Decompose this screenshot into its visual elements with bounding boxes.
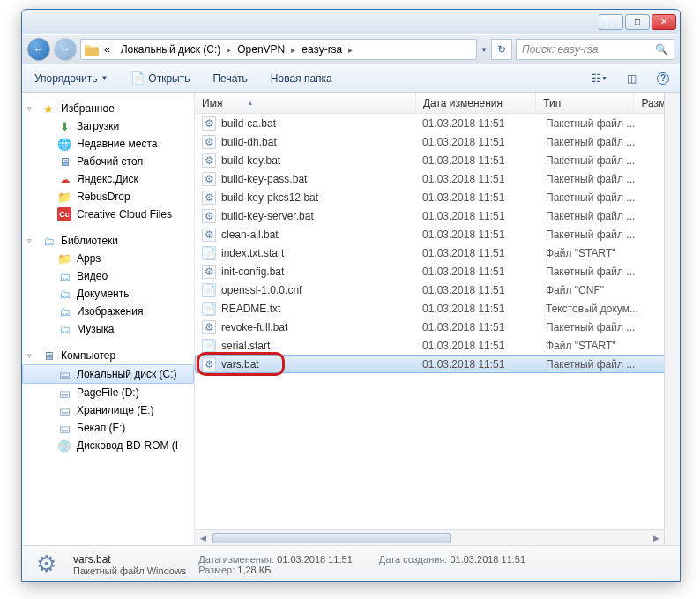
folder-lib-icon: 🗂 bbox=[57, 322, 71, 336]
sidebar-item[interactable]: ⬇Загрузки bbox=[22, 117, 194, 135]
file-type: Файл "START" bbox=[546, 247, 646, 259]
file-row[interactable]: 📄openssl-1.0.0.cnf01.03.2018 11:51Файл "… bbox=[195, 281, 680, 299]
organize-button[interactable]: Упорядочить ▼ bbox=[29, 70, 113, 87]
breadcrumb-seg-openvpn[interactable]: OpenVPN bbox=[232, 43, 290, 56]
sort-asc-icon: ▴ bbox=[249, 99, 252, 107]
open-label: Открыть bbox=[148, 72, 190, 85]
sidebar-item[interactable]: 🌐Недавние места bbox=[22, 135, 194, 153]
breadcrumb-seg-c[interactable]: Локальный диск (C:) bbox=[115, 43, 227, 56]
help-button[interactable]: ? bbox=[653, 69, 673, 88]
breadcrumb-home[interactable]: « bbox=[99, 43, 115, 56]
breadcrumb[interactable]: « Локальный диск (C:) ▸ OpenVPN ▸ easy-r… bbox=[80, 39, 477, 60]
minimize-button[interactable]: _ bbox=[599, 14, 623, 30]
search-placeholder: Поиск: easy-rsa bbox=[522, 43, 598, 56]
sidebar-item-label: Creative Cloud Files bbox=[77, 208, 172, 221]
breadcrumb-seg-easyrsa[interactable]: easy-rsa bbox=[296, 43, 347, 56]
sidebar-item-label: Музыка bbox=[77, 323, 114, 335]
file-row[interactable]: ⚙build-ca.bat01.03.2018 11:51Пакетный фа… bbox=[195, 114, 680, 132]
sidebar-item[interactable]: 🖴Локальный диск (C:) bbox=[22, 364, 194, 384]
forward-button[interactable]: → bbox=[54, 38, 77, 61]
drive-icon: 🖴 bbox=[57, 421, 71, 435]
sidebar-libraries-header[interactable]: ▿ 🗂 Библиотеки bbox=[22, 232, 194, 250]
dl-icon: ⬇ bbox=[57, 119, 71, 133]
file-type: Пакетный файл ... bbox=[546, 117, 646, 130]
file-date: 01.03.2018 11:51 bbox=[422, 154, 546, 167]
sidebar-item[interactable]: 🖴PageFile (D:) bbox=[22, 384, 194, 401]
sidebar-item[interactable]: 🗂Музыка bbox=[22, 320, 194, 338]
chevron-down-icon: ▼ bbox=[601, 75, 607, 81]
scrollbar-thumb[interactable] bbox=[212, 533, 451, 543]
batch-file-icon: ⚙ bbox=[202, 357, 216, 371]
vertical-scrollbar[interactable] bbox=[664, 93, 680, 545]
sidebar-item[interactable]: 🗂Изображения bbox=[22, 303, 194, 320]
sidebar-item[interactable]: 🗂Документы bbox=[22, 285, 194, 303]
new-folder-button[interactable]: Новая папка bbox=[265, 70, 338, 87]
favorites-label: Избранное bbox=[61, 102, 115, 115]
open-button[interactable]: 📄 Открыть bbox=[125, 69, 195, 88]
sidebar-item[interactable]: ☁Яндекс.Диск bbox=[22, 170, 194, 188]
details-size-label: Размер: bbox=[198, 565, 235, 575]
file-date: 01.03.2018 11:51 bbox=[422, 358, 546, 371]
sidebar-item[interactable]: 📁RebusDrop bbox=[22, 188, 194, 206]
column-headers: Имя ▴ Дата изменения Тип Разме bbox=[195, 93, 680, 114]
file-row[interactable]: 📄serial.start01.03.2018 11:51Файл "START… bbox=[195, 336, 680, 355]
file-row[interactable]: ⚙build-key-pass.bat01.03.2018 11:51Пакет… bbox=[195, 169, 680, 188]
title-bar: _ □ ✕ bbox=[22, 10, 680, 34]
file-row[interactable]: ⚙revoke-full.bat01.03.2018 11:51Пакетный… bbox=[195, 318, 680, 336]
toolbar: Упорядочить ▼ 📄 Открыть Печать Новая пап… bbox=[22, 64, 680, 93]
sidebar-computer-header[interactable]: ▿ 🖥 Компьютер bbox=[22, 347, 194, 364]
back-button[interactable]: ← bbox=[27, 38, 50, 61]
maximize-button[interactable]: □ bbox=[625, 14, 650, 30]
sidebar-item[interactable]: 🖥Рабочий стол bbox=[22, 153, 194, 170]
column-name[interactable]: Имя ▴ bbox=[195, 93, 416, 113]
search-input[interactable]: Поиск: easy-rsa 🔍 bbox=[516, 39, 674, 60]
file-row[interactable]: 📄README.txt01.03.2018 11:51Текстовый док… bbox=[195, 299, 680, 318]
arrow-right-icon: → bbox=[60, 43, 71, 56]
file-row[interactable]: ⚙init-config.bat01.03.2018 11:51Пакетный… bbox=[195, 262, 680, 281]
file-row[interactable]: ⚙build-key.bat01.03.2018 11:51Пакетный ф… bbox=[195, 151, 680, 169]
file-type-icon: ⚙ bbox=[31, 550, 61, 580]
sidebar-item[interactable]: 🗂Видео bbox=[22, 267, 194, 285]
file-type: Файл "CNF" bbox=[546, 284, 646, 296]
close-button[interactable]: ✕ bbox=[652, 14, 676, 30]
file-name: clean-all.bat bbox=[221, 228, 279, 241]
file-row[interactable]: 📄index.txt.start01.03.2018 11:51Файл "ST… bbox=[195, 243, 680, 262]
file-name: init-config.bat bbox=[221, 266, 284, 278]
file-row[interactable]: ⚙vars.bat01.03.2018 11:51Пакетный файл .… bbox=[195, 355, 680, 373]
file-row[interactable]: ⚙clean-all.bat01.03.2018 11:51Пакетный ф… bbox=[195, 225, 680, 243]
sidebar-item[interactable]: 💿Дисковод BD-ROM (I bbox=[22, 437, 194, 454]
sidebar-item[interactable]: 🖴Хранилище (E:) bbox=[22, 401, 194, 419]
scroll-left-icon[interactable]: ◀ bbox=[195, 530, 211, 546]
file-date: 01.03.2018 11:51 bbox=[422, 247, 546, 259]
file-name: README.txt bbox=[221, 303, 280, 315]
column-date[interactable]: Дата изменения bbox=[416, 93, 536, 113]
preview-pane-button[interactable]: ◫ bbox=[622, 69, 641, 88]
sidebar-favorites-header[interactable]: ▿ ★ Избранное bbox=[22, 100, 194, 117]
sidebar-item-label: Изображения bbox=[77, 305, 143, 318]
batch-file-icon: ⚙ bbox=[202, 320, 216, 334]
horizontal-scrollbar[interactable]: ◀ ▶ bbox=[195, 529, 664, 545]
file-list-pane: Имя ▴ Дата изменения Тип Разме ⚙build-ca… bbox=[195, 93, 680, 545]
batch-file-icon: ⚙ bbox=[202, 172, 216, 186]
file-row[interactable]: ⚙build-key-pkcs12.bat01.03.2018 11:51Пак… bbox=[195, 188, 680, 206]
file-type: Пакетный файл ... bbox=[546, 154, 646, 167]
file-date: 01.03.2018 11:51 bbox=[422, 210, 546, 222]
view-options-button[interactable]: ☷▼ bbox=[590, 69, 609, 88]
star-icon: ★ bbox=[41, 101, 56, 116]
file-row[interactable]: ⚙build-key-server.bat01.03.2018 11:51Пак… bbox=[195, 206, 680, 225]
collapse-icon: ▿ bbox=[27, 236, 32, 245]
folder-lib-icon: 🗂 bbox=[57, 287, 71, 301]
sidebar-item[interactable]: CcCreative Cloud Files bbox=[22, 206, 194, 223]
scroll-right-icon[interactable]: ▶ bbox=[648, 530, 664, 546]
column-type[interactable]: Тип bbox=[536, 93, 634, 113]
file-row[interactable]: ⚙build-dh.bat01.03.2018 11:51Пакетный фа… bbox=[195, 132, 680, 151]
folder-lib-icon: 🗂 bbox=[57, 269, 71, 283]
print-button[interactable]: Печать bbox=[207, 70, 252, 87]
breadcrumb-dropdown-icon[interactable]: ▼ bbox=[480, 46, 488, 54]
sidebar-item-label: Видео bbox=[77, 270, 108, 282]
sidebar-item[interactable]: 📁Apps bbox=[22, 250, 194, 267]
refresh-button[interactable]: ↻ bbox=[491, 39, 512, 60]
details-created-label: Дата создания: bbox=[379, 554, 448, 565]
file-date: 01.03.2018 11:51 bbox=[422, 191, 546, 204]
sidebar-item[interactable]: 🖴Бекап (F:) bbox=[22, 419, 194, 437]
